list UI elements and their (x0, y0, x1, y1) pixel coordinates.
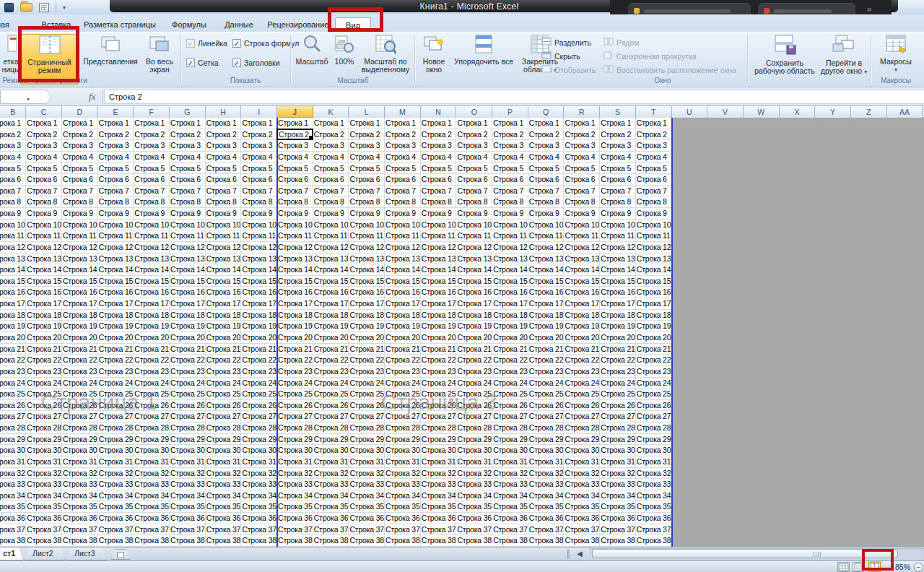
cell-D16[interactable]: Строка 16 (62, 287, 98, 298)
cell-I3[interactable]: Строка 3 (241, 140, 277, 152)
cell-I1[interactable]: Строка 1 (241, 118, 277, 129)
cell-J14[interactable]: Строка 14 (277, 264, 313, 276)
cell-M11[interactable]: Строка 11 (385, 230, 421, 242)
cell-F6[interactable]: Строка 6 (134, 174, 170, 186)
cell-I10[interactable]: Строка 10 (241, 220, 277, 231)
cell-L19[interactable]: Строка 19 (349, 321, 385, 332)
cell-O19[interactable]: Строка 19 (456, 321, 492, 332)
cell-L9[interactable]: Строка 9 (349, 208, 385, 220)
cell-B5[interactable]: Строка 5 (0, 163, 26, 175)
cell-H29[interactable]: Строка 29 (206, 434, 242, 446)
cell-F33[interactable]: Строка 33 (134, 479, 170, 490)
cell-E21[interactable]: Строка 21 (98, 344, 134, 355)
cell-P26[interactable]: Строка 26 (492, 400, 528, 412)
cell-M19[interactable]: Строка 19 (385, 321, 421, 332)
column-header-M[interactable]: M (385, 106, 421, 118)
cell-H36[interactable]: Строка 36 (206, 513, 242, 524)
cell-C8[interactable]: Строка 8 (26, 196, 62, 208)
horizontal-scrollbar-thumb[interactable] (592, 549, 898, 558)
cell-S23[interactable]: Строка 23 (600, 366, 636, 378)
cell-P33[interactable]: Строка 33 (492, 479, 528, 490)
cell-S21[interactable]: Строка 21 (600, 344, 636, 355)
cell-K38[interactable]: Строка 38 (313, 535, 349, 547)
cell-H2[interactable]: Строка 2 (206, 129, 242, 141)
column-header-X[interactable]: X (780, 106, 816, 118)
cell-G26[interactable]: Строка 26 (170, 400, 206, 412)
cell-C1[interactable]: Строка 1 (26, 118, 62, 129)
cell-P1[interactable]: Строка 1 (492, 118, 528, 129)
cell-E8[interactable]: Строка 8 (98, 196, 134, 208)
cell-K34[interactable]: Строка 34 (313, 490, 349, 502)
cell-B6[interactable]: Строка 6 (0, 174, 26, 186)
cell-H33[interactable]: Строка 33 (206, 479, 242, 490)
column-header-E[interactable]: E (98, 106, 134, 118)
column-header-K[interactable]: K (313, 106, 349, 118)
cell-B30[interactable]: Строка 30 (0, 445, 26, 456)
cell-P23[interactable]: Строка 23 (492, 366, 528, 378)
cell-T29[interactable]: Строка 29 (636, 434, 672, 446)
cell-E28[interactable]: Строка 28 (98, 422, 134, 434)
cell-G14[interactable]: Строка 14 (170, 264, 206, 276)
formula-bar-checkbox[interactable]: ✓ Строка формул (232, 39, 299, 48)
cell-N31[interactable]: Строка 31 (421, 456, 457, 468)
cell-B22[interactable]: Строка 22 (0, 355, 26, 366)
cell-S9[interactable]: Строка 9 (600, 208, 636, 220)
cell-I4[interactable]: Строка 4 (241, 152, 277, 163)
cell-M4[interactable]: Строка 4 (385, 152, 421, 163)
cell-E36[interactable]: Строка 36 (98, 513, 134, 524)
cell-Q25[interactable]: Строка 25 (528, 389, 565, 400)
cell-L5[interactable]: Строка 5 (349, 163, 385, 175)
cell-T33[interactable]: Строка 33 (636, 479, 672, 490)
cell-N25[interactable]: Строка 25 (421, 389, 457, 400)
cell-H5[interactable]: Строка 5 (206, 163, 242, 175)
cell-F31[interactable]: Строка 31 (134, 456, 170, 468)
cell-O33[interactable]: Строка 33 (456, 479, 492, 490)
cell-R32[interactable]: Строка 32 (565, 468, 601, 480)
column-header-Z[interactable]: Z (851, 106, 887, 118)
cell-C12[interactable]: Строка 12 (26, 242, 62, 254)
cell-Q34[interactable]: Строка 34 (528, 490, 565, 502)
cell-K2[interactable]: Строка 2 (313, 129, 349, 141)
cell-I11[interactable]: Строка 11 (241, 230, 277, 242)
scroll-left-arrow-icon[interactable]: ◀ (577, 550, 583, 558)
cell-Q1[interactable]: Строка 1 (528, 118, 565, 129)
cell-T26[interactable]: Строка 26 (636, 400, 672, 412)
cell-P22[interactable]: Строка 22 (492, 355, 528, 366)
hide-button[interactable]: Скрыть (541, 51, 580, 61)
cell-F10[interactable]: Строка 10 (134, 220, 170, 231)
cell-D4[interactable]: Строка 4 (62, 152, 98, 163)
cell-K12[interactable]: Строка 12 (313, 242, 349, 254)
cell-P16[interactable]: Строка 16 (492, 287, 528, 298)
cell-S29[interactable]: Строка 29 (600, 434, 636, 446)
cell-F34[interactable]: Строка 34 (134, 490, 170, 502)
cell-P18[interactable]: Строка 18 (492, 310, 528, 321)
cell-N14[interactable]: Строка 14 (421, 264, 457, 276)
cell-P36[interactable]: Строка 36 (492, 513, 528, 524)
cell-C21[interactable]: Строка 21 (26, 344, 62, 355)
cell-T8[interactable]: Строка 8 (636, 196, 672, 208)
cell-B19[interactable]: Строка 19 (0, 321, 26, 332)
cell-M14[interactable]: Строка 14 (385, 264, 421, 276)
cell-E33[interactable]: Строка 33 (98, 479, 134, 490)
cell-N13[interactable]: Строка 13 (421, 254, 457, 265)
cell-L14[interactable]: Строка 14 (349, 264, 385, 276)
cell-K1[interactable]: Строка 1 (313, 118, 349, 129)
cell-J7[interactable]: Строка 7 (277, 186, 313, 197)
view-side-by-side-button[interactable]: Рядом (603, 38, 640, 47)
cell-K25[interactable]: Строка 25 (313, 389, 349, 400)
cell-L4[interactable]: Строка 4 (349, 152, 385, 163)
column-header-W[interactable]: W (744, 106, 780, 118)
cell-G2[interactable]: Строка 2 (170, 129, 206, 141)
cell-C15[interactable]: Строка 15 (26, 276, 62, 287)
cell-E4[interactable]: Строка 4 (98, 152, 134, 163)
cell-R2[interactable]: Строка 2 (565, 129, 601, 141)
cell-K37[interactable]: Строка 37 (313, 524, 349, 536)
cell-P5[interactable]: Строка 5 (492, 163, 528, 175)
cell-H37[interactable]: Строка 37 (206, 524, 242, 536)
cell-G12[interactable]: Строка 12 (170, 242, 206, 254)
cell-C10[interactable]: Строка 10 (26, 220, 62, 231)
cell-N30[interactable]: Строка 30 (421, 445, 457, 456)
synchronous-scrolling-button[interactable]: Синхронная прокрутка (603, 51, 697, 61)
cell-S4[interactable]: Строка 4 (600, 152, 636, 163)
cell-N36[interactable]: Строка 36 (421, 513, 457, 524)
